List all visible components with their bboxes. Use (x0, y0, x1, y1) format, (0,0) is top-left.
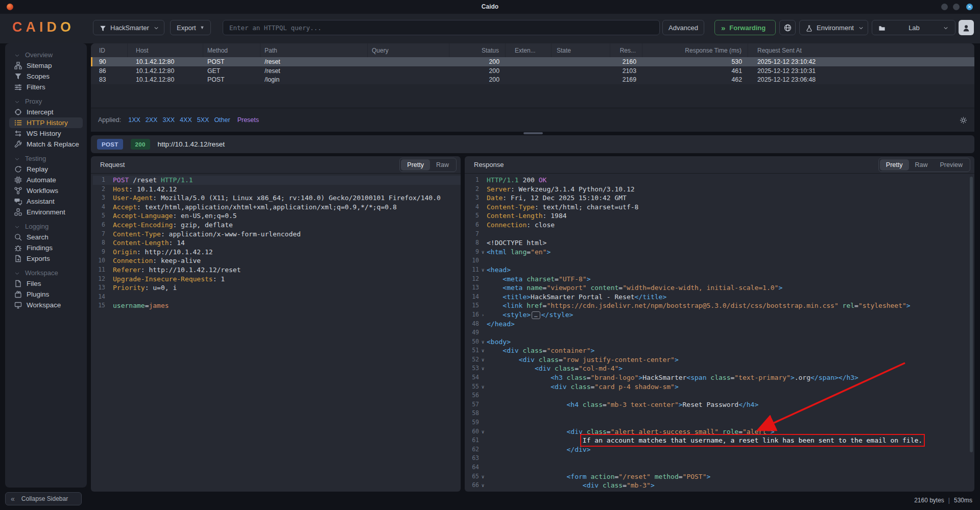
sidebar-item-http-history[interactable]: HTTP History (9, 117, 83, 128)
sidebar-item-workspace[interactable]: Workspace (9, 300, 83, 310)
line-number[interactable]: 7 (93, 230, 105, 239)
line-number[interactable]: 9 (93, 248, 105, 257)
sidebar-item-scopes[interactable]: Scopes (9, 71, 83, 82)
line-number[interactable]: 54 (467, 373, 479, 382)
fold-toggle-icon[interactable]: ∨ (479, 427, 487, 436)
fold-toggle-icon[interactable]: ∨ (479, 265, 487, 275)
window-close-icon[interactable]: ✕ (966, 4, 973, 10)
line-number[interactable]: 1 (93, 176, 105, 185)
line-number[interactable]: 55 (467, 382, 479, 392)
sidebar-item-search[interactable]: Search (9, 232, 83, 242)
line-number[interactable]: 10 (93, 256, 105, 265)
filter-link-2xx[interactable]: 2XX (146, 116, 158, 124)
line-number[interactable]: 5 (93, 211, 105, 221)
line-number[interactable]: 6 (467, 221, 479, 230)
line-number[interactable]: 64 (467, 463, 479, 472)
line-number[interactable]: 48 (467, 320, 479, 329)
line-number[interactable]: 16 (467, 310, 479, 320)
line-number[interactable]: 14 (93, 293, 105, 302)
sidebar-item-automate[interactable]: Automate (9, 175, 83, 185)
fold-toggle-icon[interactable]: ∨ (479, 481, 487, 490)
column-header-host[interactable]: Host (128, 43, 203, 57)
project-filter-dropdown[interactable]: HackSmarter (93, 20, 164, 35)
column-header-status[interactable]: Status (449, 43, 506, 57)
account-button[interactable] (959, 20, 974, 35)
line-number[interactable]: 14 (467, 293, 479, 302)
sidebar-item-plugins[interactable]: Plugins (9, 289, 83, 300)
browser-button[interactable] (779, 20, 796, 35)
httpql-query-input[interactable] (223, 20, 660, 35)
line-number[interactable]: 4 (93, 203, 105, 212)
line-number[interactable]: 8 (467, 238, 479, 248)
sidebar-item-intercept[interactable]: Intercept (9, 107, 83, 117)
window-maximize-icon[interactable] (953, 4, 960, 10)
presets-link[interactable]: Presets (237, 116, 259, 124)
sidebar-item-ws-history[interactable]: WS History (9, 128, 83, 139)
line-number[interactable]: 52 (467, 355, 479, 365)
filter-link-4xx[interactable]: 4XX (180, 116, 192, 124)
filter-link-1xx[interactable]: 1XX (128, 116, 140, 124)
line-number[interactable]: 58 (467, 409, 479, 418)
line-number[interactable]: 11 (467, 265, 479, 275)
line-number[interactable]: 66 (467, 481, 479, 490)
request-editor[interactable]: 1 POST /reset HTTP/1.1 2 Host: 10.1.42.1… (91, 174, 461, 310)
sidebar-section-testing[interactable]: Testing (9, 153, 83, 164)
filter-link-other[interactable]: Other (214, 116, 230, 124)
table-row[interactable]: 9010.1.42.12:80POST/reset20021605302025-… (91, 57, 974, 66)
column-header-exten[interactable]: Exten... (506, 43, 552, 57)
fold-toggle-icon[interactable]: ∨ (479, 248, 487, 257)
filter-link-3xx[interactable]: 3XX (162, 116, 175, 124)
sidebar-item-files[interactable]: Files (9, 278, 83, 289)
line-number[interactable]: 8 (93, 238, 105, 248)
line-number[interactable]: 63 (467, 454, 479, 463)
line-number[interactable]: 15 (93, 301, 105, 310)
column-header-state[interactable]: State (552, 43, 610, 57)
line-number[interactable]: 3 (467, 193, 479, 203)
line-number[interactable]: 6 (93, 221, 105, 230)
line-number[interactable]: 2 (93, 185, 105, 194)
forwarding-button[interactable]: » Forwarding (714, 20, 776, 35)
sidebar-item-exports[interactable]: Exports (9, 253, 83, 264)
sidebar-item-sitemap[interactable]: Sitemap (9, 60, 83, 71)
tab-preview[interactable]: Preview (934, 159, 969, 171)
line-number[interactable]: 9 (467, 248, 479, 257)
sidebar-section-workspace[interactable]: Workspace (9, 268, 83, 278)
line-number[interactable]: 59 (467, 418, 479, 427)
tab-pretty[interactable]: Pretty (880, 159, 909, 171)
column-header-request-sent-at[interactable]: Request Sent At (748, 43, 974, 57)
window-minimize-icon[interactable] (941, 4, 948, 10)
environment-dropdown[interactable]: Environment (799, 20, 868, 35)
gear-icon[interactable] (960, 116, 967, 124)
fold-toggle-icon[interactable]: ∨ (479, 337, 487, 347)
line-number[interactable]: 51 (467, 346, 479, 355)
line-number[interactable]: 12 (93, 275, 105, 284)
line-number[interactable]: 61 (467, 436, 479, 445)
line-number[interactable]: 1 (467, 176, 479, 185)
fold-toggle-icon[interactable]: ∨ (479, 355, 487, 365)
sidebar-item-workflows[interactable]: Workflows (9, 185, 83, 196)
column-header-id[interactable]: ID (91, 43, 128, 57)
line-number[interactable]: 49 (467, 328, 479, 337)
export-dropdown[interactable]: Export ▼ (170, 20, 211, 35)
fold-toggle-icon[interactable]: ∨ (479, 346, 487, 355)
line-number[interactable]: 7 (467, 230, 479, 239)
response-scrollbar[interactable] (970, 177, 973, 452)
line-number[interactable]: 3 (93, 193, 105, 203)
line-number[interactable]: 2 (467, 185, 479, 194)
sidebar-item-replay[interactable]: Replay (9, 164, 83, 175)
line-number[interactable]: 56 (467, 391, 479, 400)
line-number[interactable]: 62 (467, 445, 479, 454)
line-number[interactable]: 50 (467, 337, 479, 347)
fold-toggle-icon[interactable]: ∨ (479, 472, 487, 481)
fold-toggle-icon[interactable]: ∨ (479, 364, 487, 373)
column-header-response-time-ms[interactable]: Response Time (ms) (642, 43, 748, 57)
filter-link-5xx[interactable]: 5XX (197, 116, 209, 124)
fold-toggle-icon[interactable]: › (479, 310, 487, 320)
line-number[interactable]: 10 (467, 256, 479, 265)
line-number[interactable]: 60 (467, 427, 479, 436)
sidebar-section-overview[interactable]: Overview (9, 50, 83, 60)
fold-toggle-icon[interactable]: ∨ (479, 382, 487, 392)
sidebar-section-logging[interactable]: Logging (9, 221, 83, 232)
column-header-query[interactable]: Query (368, 43, 449, 57)
line-number[interactable]: 13 (93, 283, 105, 293)
